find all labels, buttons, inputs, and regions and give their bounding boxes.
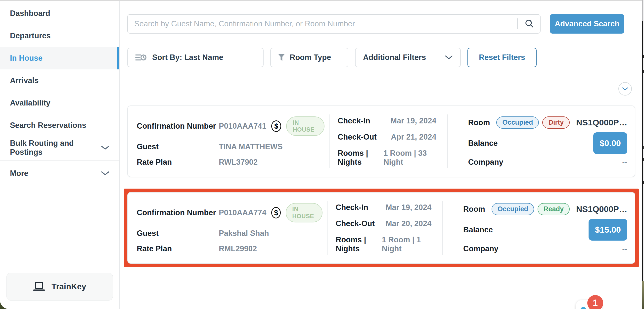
rate-plan-label: Rate Plan bbox=[137, 158, 219, 167]
trainkey-label: TrainKey bbox=[52, 282, 86, 291]
search-icon[interactable] bbox=[524, 19, 534, 29]
balance-row: Balance $15.00 bbox=[463, 219, 627, 241]
rooms-nights-label: Rooms | Nights bbox=[336, 235, 382, 253]
balance-button[interactable]: $15.00 bbox=[588, 219, 627, 241]
edge-fragments bbox=[643, 55, 644, 58]
rooms-nights-label: Rooms | Nights bbox=[338, 149, 384, 167]
sort-by-label: Sort By: Last Name bbox=[152, 53, 223, 62]
main-content: Advanced Search Sort By: Last Name Room … bbox=[120, 1, 642, 309]
trainkey-button[interactable]: TrainKey bbox=[6, 273, 113, 300]
check-out-row: Check-Out Mar 20, 2024 bbox=[336, 219, 432, 228]
room-row: Room Occupied Dirty NS1Q000P… bbox=[468, 116, 627, 129]
company-label: Company bbox=[463, 244, 498, 253]
check-in-row: Check-In Mar 19, 2024 bbox=[338, 116, 436, 125]
confirmation-row: Confirmation Number P010AAA741 $ IN HOUS… bbox=[137, 116, 324, 136]
sidebar-item-availability[interactable]: Availability bbox=[0, 92, 119, 114]
rate-plan-label: Rate Plan bbox=[137, 244, 219, 253]
chevron-down-icon bbox=[101, 146, 110, 150]
sort-icon bbox=[135, 53, 147, 62]
guest-name: TINA MATTHEWS bbox=[219, 142, 283, 151]
rooms-nights-row: Rooms | Nights 1 Room | 33 Night bbox=[338, 149, 436, 167]
screen: Dashboard Departures In House Arrivals A… bbox=[0, 0, 644, 309]
check-in-label: Check-In bbox=[336, 203, 368, 212]
sidebar-item-in-house[interactable]: In House bbox=[0, 47, 119, 69]
room-row: Room Occupied Ready NS1Q000P… bbox=[463, 203, 627, 215]
sidebar-item-dashboard[interactable]: Dashboard bbox=[0, 2, 119, 25]
sidebar-footer: TrainKey bbox=[0, 262, 119, 309]
app-window: Dashboard Departures In House Arrivals A… bbox=[0, 0, 642, 309]
company-row: Company -- bbox=[463, 244, 627, 253]
window-top-edge bbox=[0, 0, 642, 1]
sidebar-item-arrivals[interactable]: Arrivals bbox=[0, 69, 119, 92]
card-dates-column: Check-In Mar 19, 2024 Check-Out Mar 20, … bbox=[328, 193, 442, 263]
chat-widget[interactable]: 1 bbox=[576, 300, 602, 309]
additional-filters-dropdown[interactable]: Additional Filters bbox=[355, 48, 461, 67]
collapse-toggle[interactable] bbox=[618, 82, 632, 96]
section-divider bbox=[127, 89, 618, 89]
check-in-label: Check-In bbox=[338, 116, 370, 125]
balance-button[interactable]: $0.00 bbox=[593, 132, 627, 154]
card-guest-column: Confirmation Number P010AAA741 $ IN HOUS… bbox=[128, 106, 330, 177]
advanced-search-button[interactable]: Advanced Search bbox=[550, 14, 624, 34]
reset-filters-button[interactable]: Reset Filters bbox=[468, 48, 536, 67]
room-number: NS1Q000P… bbox=[576, 204, 627, 214]
collapse-chevron-icon bbox=[622, 87, 628, 91]
collapse-row bbox=[127, 82, 635, 96]
rate-plan-value: RWL37902 bbox=[219, 158, 258, 167]
housekeeping-status-badge: Ready bbox=[538, 203, 570, 215]
sidebar-item-label: Bulk Routing and Postings bbox=[10, 139, 101, 157]
sidebar-item-label: In House bbox=[10, 54, 42, 63]
check-out-row: Check-Out Apr 21, 2024 bbox=[338, 133, 436, 142]
reservation-card[interactable]: Confirmation Number P010AAA741 $ IN HOUS… bbox=[127, 106, 635, 177]
guest-row: Guest TINA MATTHEWS bbox=[137, 142, 324, 151]
folio-dollar-icon[interactable]: $ bbox=[271, 120, 281, 132]
room-type-label: Room Type bbox=[290, 53, 331, 62]
sidebar-item-label: Availability bbox=[10, 99, 50, 108]
balance-label: Balance bbox=[463, 225, 493, 234]
chevron-down-icon bbox=[445, 55, 453, 60]
check-in-row: Check-In Mar 19, 2024 bbox=[336, 203, 432, 212]
confirmation-number: P010AAA741 bbox=[219, 122, 266, 131]
filter-row: Sort By: Last Name Room Type Additional … bbox=[127, 48, 635, 67]
sort-by-button[interactable]: Sort By: Last Name bbox=[127, 48, 264, 67]
laptop-icon bbox=[33, 282, 45, 291]
status-badge: IN HOUSE bbox=[286, 203, 322, 222]
sidebar-item-more[interactable]: More bbox=[0, 162, 119, 185]
sidebar-item-label: Arrivals bbox=[10, 76, 38, 85]
confirmation-label: Confirmation Number bbox=[137, 122, 219, 131]
card-room-column: Room Occupied Dirty NS1Q000P… Balance $0… bbox=[448, 106, 635, 177]
reservation-card-highlighted[interactable]: Confirmation Number P010AAA774 $ IN HOUS… bbox=[127, 192, 635, 264]
search-input[interactable] bbox=[134, 20, 513, 28]
search-divider bbox=[517, 19, 518, 29]
check-out-date: Mar 20, 2024 bbox=[386, 219, 432, 228]
check-in-date: Mar 19, 2024 bbox=[390, 116, 436, 125]
sidebar-item-bulk-routing[interactable]: Bulk Routing and Postings bbox=[0, 137, 119, 159]
search-row: Advanced Search bbox=[127, 14, 635, 34]
room-number: NS1Q000P… bbox=[576, 118, 627, 127]
folio-dollar-icon[interactable]: $ bbox=[271, 207, 281, 218]
sidebar-nav: Dashboard Departures In House Arrivals A… bbox=[0, 1, 119, 185]
company-value: -- bbox=[622, 158, 627, 167]
guest-label: Guest bbox=[137, 229, 219, 238]
guest-name: Pakshal Shah bbox=[219, 229, 269, 238]
sidebar: Dashboard Departures In House Arrivals A… bbox=[0, 1, 120, 309]
company-value: -- bbox=[622, 244, 627, 253]
sidebar-item-label: Departures bbox=[10, 31, 51, 40]
sidebar-item-search-reservations[interactable]: Search Reservations bbox=[0, 114, 119, 137]
edge-wallpaper bbox=[642, 281, 644, 309]
rooms-nights-value: 1 Room | 33 Night bbox=[384, 149, 436, 167]
check-out-label: Check-Out bbox=[336, 219, 375, 228]
screen-right-edge bbox=[642, 0, 644, 309]
sidebar-item-label: Search Reservations bbox=[10, 121, 86, 130]
rate-plan-row: Rate Plan RWL37902 bbox=[137, 158, 324, 167]
rate-plan-row: Rate Plan RML29902 bbox=[137, 244, 322, 253]
room-label: Room bbox=[463, 205, 485, 214]
sidebar-item-departures[interactable]: Departures bbox=[0, 25, 119, 47]
room-type-button[interactable]: Room Type bbox=[270, 48, 348, 67]
company-row: Company -- bbox=[468, 158, 627, 167]
balance-row: Balance $0.00 bbox=[468, 132, 627, 154]
sidebar-item-label: Dashboard bbox=[10, 9, 50, 18]
highlight-border: Confirmation Number P010AAA774 $ IN HOUS… bbox=[124, 189, 639, 267]
rooms-nights-value: 1 Room | 1 Night bbox=[382, 235, 432, 253]
sidebar-divider bbox=[0, 160, 119, 161]
